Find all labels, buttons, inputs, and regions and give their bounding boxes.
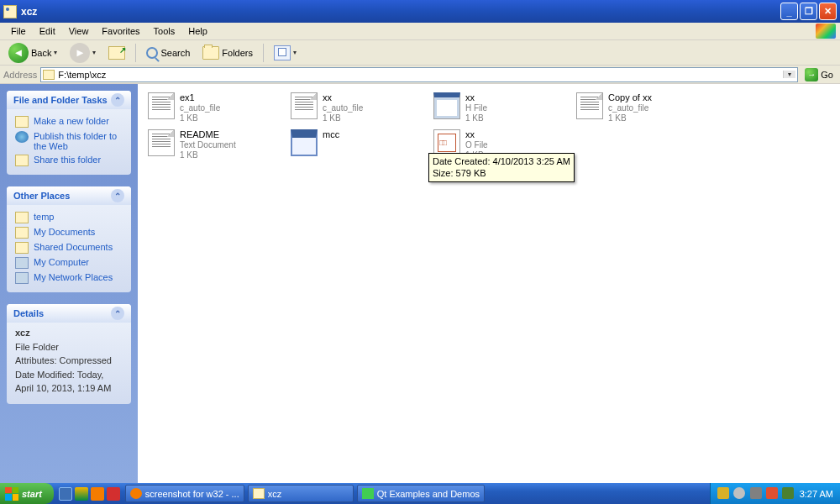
window-controls: _ ❐ ✕ [780, 3, 837, 20]
menu-view[interactable]: View [62, 24, 96, 38]
taskbar-item-label: Qt Examples and Demos [377, 489, 480, 499]
file-type: H File [465, 103, 487, 113]
back-button[interactable]: ◄ Back ▾ [3, 40, 62, 66]
go-button[interactable]: → Go [801, 67, 837, 82]
window-icon [3, 5, 17, 18]
quicklaunch-desktop-icon[interactable] [59, 487, 72, 501]
folder-icon [15, 212, 29, 223]
go-arrow-icon: → [805, 68, 818, 81]
menu-favorites[interactable]: Favorites [95, 24, 146, 38]
start-button[interactable]: start [0, 483, 54, 504]
file-info: mcc [323, 129, 339, 140]
publish-icon [15, 131, 29, 143]
place-my-documents[interactable]: My Documents [15, 225, 123, 240]
taskbar-item-qt[interactable]: Qt Examples and Demos [357, 485, 485, 502]
taskbar-item-xcz[interactable]: xcz [248, 485, 354, 502]
section-title: File and Folder Tasks [13, 95, 108, 105]
file-name: Copy of xx [608, 92, 652, 103]
file-info: READMEText Document1 KB [180, 129, 236, 160]
section-title: Other Places [13, 191, 70, 201]
place-label: Shared Documents [34, 242, 113, 252]
quick-launch [54, 487, 125, 501]
file-size: 1 KB [465, 113, 487, 123]
tray-volume-icon[interactable] [750, 487, 762, 499]
file-item[interactable]: READMEText Document1 KB [146, 128, 289, 165]
back-label: Back [31, 48, 51, 58]
collapse-icon[interactable]: ⌃ [111, 307, 124, 320]
other-places-header[interactable]: Other Places ⌃ [7, 186, 131, 205]
file-item[interactable]: xxH File1 KB [432, 91, 575, 128]
menu-help[interactable]: Help [181, 24, 214, 38]
task-share-folder[interactable]: Share this folder [15, 153, 123, 168]
menu-edit[interactable]: Edit [33, 24, 62, 38]
file-name: ex1 [180, 92, 220, 103]
file-type: O File [465, 140, 488, 150]
search-icon [146, 47, 158, 59]
detail-name: xcz [15, 328, 30, 338]
task-label: Publish this folder to the Web [34, 131, 123, 151]
file-folder-tasks-header[interactable]: File and Folder Tasks ⌃ [7, 91, 131, 109]
place-my-computer[interactable]: My Computer [15, 255, 123, 270]
forward-dropdown-icon[interactable]: ▾ [92, 49, 96, 56]
tooltip-line2: Size: 579 KB [433, 168, 486, 178]
task-new-folder[interactable]: Make a new folder [15, 114, 123, 129]
tray-network-icon[interactable] [733, 487, 745, 499]
back-dropdown-icon[interactable]: ▾ [54, 49, 57, 56]
views-button[interactable]: ▾ [269, 43, 302, 63]
file-info: xxH File1 KB [465, 92, 487, 123]
task-label: Share this folder [34, 155, 101, 165]
other-places-box: Other Places ⌃ temp My Documents Shared … [7, 186, 131, 292]
file-size: 1 KB [180, 150, 236, 160]
place-my-network[interactable]: My Network Places [15, 270, 123, 286]
taskbar: start screenshot for w32 - ... xcz Qt Ex… [0, 483, 840, 504]
file-info: xxc_auto_file1 KB [323, 92, 363, 123]
address-label: Address [3, 70, 37, 80]
address-dropdown-icon[interactable]: ▾ [783, 71, 795, 78]
up-button[interactable] [103, 44, 130, 62]
address-input-box[interactable]: ▾ [40, 67, 798, 82]
file-size: 1 KB [608, 113, 652, 123]
file-info: ex1c_auto_file1 KB [180, 92, 220, 123]
tasks-panel: File and Folder Tasks ⌃ Make a new folde… [0, 84, 138, 483]
file-name: xx [465, 129, 488, 140]
file-icon [148, 129, 175, 156]
minimize-button[interactable]: _ [780, 3, 798, 20]
close-button[interactable]: ✕ [819, 3, 837, 20]
file-item[interactable]: ex1c_auto_file1 KB [146, 91, 289, 128]
menu-file[interactable]: File [4, 24, 33, 38]
firefox-icon [130, 488, 142, 499]
task-publish-web[interactable]: Publish this folder to the Web [15, 129, 123, 153]
file-item[interactable]: Copy of xxc_auto_file1 KB [575, 91, 717, 128]
forward-button[interactable]: ► ▾ [65, 40, 101, 66]
file-list-pane[interactable]: ex1c_auto_file1 KBxxc_auto_file1 KBxxH F… [138, 84, 840, 483]
tray-shield-icon[interactable] [717, 487, 729, 499]
start-label: start [22, 489, 42, 499]
maximize-button[interactable]: ❐ [800, 3, 817, 20]
taskbar-item-screenshot[interactable]: screenshot for w32 - ... [125, 485, 244, 502]
file-item[interactable]: xxc_auto_file1 KB [289, 91, 432, 128]
folder-icon [15, 242, 29, 254]
quicklaunch-app-icon[interactable] [107, 487, 120, 501]
qt-icon [362, 488, 374, 499]
place-temp[interactable]: temp [15, 210, 123, 225]
file-name: README [180, 129, 236, 140]
toolbar-separator [263, 44, 264, 62]
address-input[interactable] [58, 70, 780, 80]
details-content: xcz File Folder Attributes: Compressed D… [7, 323, 131, 399]
tray-icons[interactable] [717, 487, 795, 501]
place-shared-documents[interactable]: Shared Documents [15, 240, 123, 255]
quicklaunch-firefox-icon[interactable] [91, 487, 104, 501]
collapse-icon[interactable]: ⌃ [111, 93, 124, 107]
search-button[interactable]: Search [141, 45, 195, 61]
quicklaunch-chrome-icon[interactable] [75, 487, 88, 501]
toolbar: ◄ Back ▾ ► ▾ Search Folders ▾ [0, 40, 840, 66]
collapse-icon[interactable]: ⌃ [111, 189, 124, 202]
details-header[interactable]: Details ⌃ [7, 304, 131, 323]
folders-button[interactable]: Folders [197, 44, 258, 62]
taskbar-clock[interactable]: 3:27 AM [800, 489, 833, 499]
tray-icon[interactable] [766, 487, 778, 499]
menu-tools[interactable]: Tools [147, 24, 182, 38]
tray-remove-hw-icon[interactable] [782, 487, 794, 499]
views-dropdown-icon[interactable]: ▾ [293, 49, 297, 56]
file-item[interactable]: mcc [289, 128, 432, 165]
